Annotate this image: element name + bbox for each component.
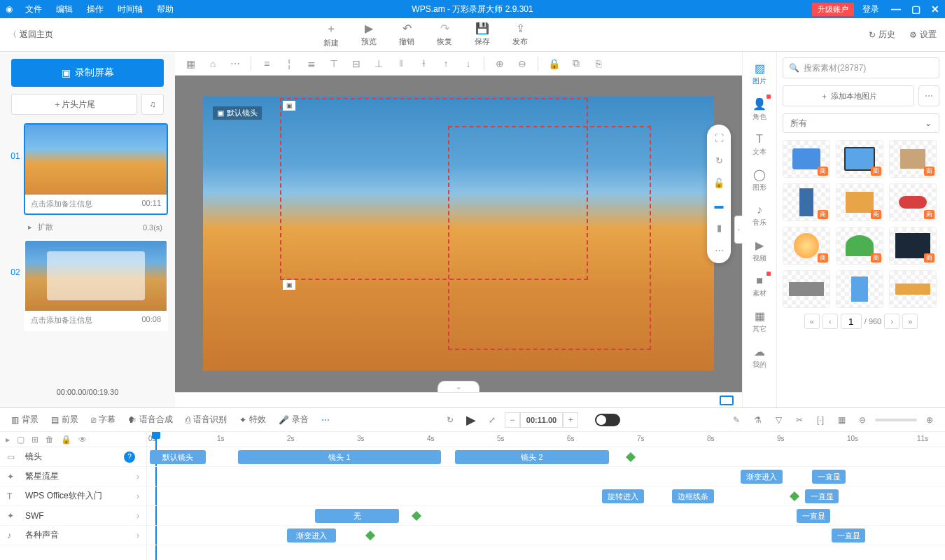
tl-zoom-slider[interactable] <box>875 419 917 421</box>
asset-thumb[interactable]: 商 <box>783 140 830 178</box>
add-more-button[interactable]: ⋯ <box>918 85 939 106</box>
tl-effect-button[interactable]: ✦特效 <box>235 414 270 426</box>
clip-rotate-in[interactable]: 旋转进入 <box>602 489 644 503</box>
head-tail-button[interactable]: ＋片头片尾 <box>11 94 137 115</box>
record-screen-button[interactable]: ▣ 录制屏幕 <box>11 59 164 87</box>
filter-select[interactable]: 所有 ⌄ <box>783 113 939 133</box>
pager-first[interactable]: « <box>804 314 820 329</box>
tab-mine[interactable]: ☁我的 <box>743 341 776 374</box>
timeline-row[interactable]: 无 一直显 <box>147 506 945 526</box>
transition-row[interactable]: ▸ 扩散 0.3(s) <box>7 218 168 239</box>
track-swf[interactable]: ✦SWF› <box>0 506 146 526</box>
keyframe[interactable] <box>790 491 799 501</box>
track-camera[interactable]: ▭镜头? <box>0 447 146 467</box>
tl-bracket-icon[interactable]: [·] <box>812 412 829 428</box>
lock-icon[interactable]: 🔒 <box>544 54 564 74</box>
tab-material[interactable]: ■素材 <box>743 270 776 302</box>
align-top-icon[interactable]: ⊤ <box>324 54 344 74</box>
track-sound[interactable]: ♪各种声音› <box>0 526 146 545</box>
keyframe[interactable] <box>365 531 375 540</box>
camera-region-2[interactable] <box>448 126 651 350</box>
tl-more-button[interactable]: ⋯ <box>317 412 334 428</box>
asset-thumb[interactable]: 商 <box>836 140 883 178</box>
tab-text[interactable]: T文本 <box>743 129 776 161</box>
asset-thumb[interactable]: 商 <box>783 227 830 265</box>
paste-icon[interactable]: ⎘ <box>589 54 608 74</box>
new-button[interactable]: ＋新建 <box>312 22 350 48</box>
distribute-h-icon[interactable]: ⫴ <box>391 54 411 74</box>
tl-tune-icon[interactable]: ⚗ <box>749 412 766 428</box>
asset-thumb[interactable]: 商 <box>783 183 830 221</box>
tab-character[interactable]: 👤角色 <box>743 93 776 126</box>
collapse-handle[interactable]: ⌄ <box>438 381 479 392</box>
track-text[interactable]: TWPS Office软件入门› <box>0 486 146 506</box>
pager-input[interactable] <box>841 314 862 329</box>
upgrade-button[interactable]: 升级账户 <box>812 3 854 16</box>
settings-button[interactable]: ⚙设置 <box>909 29 937 41</box>
clip-border-line[interactable]: 边框线条 <box>672 489 714 503</box>
timeline-ruler[interactable]: 0s 1s 2s 3s 4s 5s 6s 7s 8s 9s 10s 11s <box>147 432 945 447</box>
pager-last[interactable]: » <box>902 314 918 329</box>
more-icon[interactable]: ⋯ <box>225 54 245 74</box>
dock-repeat-icon[interactable]: ↻ <box>713 154 725 167</box>
grid-icon[interactable]: ▦ <box>181 54 200 74</box>
clip-default-camera[interactable]: 默认镜头 <box>150 450 206 464</box>
maximize-button[interactable]: ▢ <box>906 0 925 18</box>
zoom-out-icon[interactable]: ⊖ <box>512 54 532 74</box>
music-button[interactable]: ♫ <box>141 94 164 115</box>
tl-zoomin-icon[interactable]: ⊕ <box>921 412 938 428</box>
publish-button[interactable]: ⇪发布 <box>501 22 539 48</box>
tl-add-icon[interactable]: ⊞ <box>31 435 38 444</box>
close-button[interactable]: ✕ <box>925 0 945 18</box>
preview-button[interactable]: ▶预览 <box>350 22 388 48</box>
pager-next[interactable]: › <box>884 314 899 329</box>
clip-fade-in[interactable]: 渐变进入 <box>741 470 783 484</box>
tl-tts-button[interactable]: 🗣语音合成 <box>124 414 177 426</box>
clip-always-show[interactable]: 一直显 <box>805 489 839 503</box>
arrange-front-icon[interactable]: ↑ <box>436 54 456 74</box>
aspect-ratio-button[interactable] <box>720 396 734 405</box>
history-button[interactable]: ↻历史 <box>869 29 895 41</box>
asset-thumb[interactable]: 商 <box>836 227 883 265</box>
menu-help[interactable]: 帮助 <box>150 4 181 15</box>
timeline-lanes[interactable]: 0s 1s 2s 3s 4s 5s 6s 7s 8s 9s 10s 11s 默认… <box>147 432 945 560</box>
timeline-row[interactable]: 默认镜头 镜头 1 镜头 2 <box>147 447 945 467</box>
tl-toggle[interactable] <box>595 414 620 426</box>
back-home-button[interactable]: 〈 返回主页 <box>8 29 53 41</box>
timeline-row[interactable]: 渐变进入 一直显 <box>147 526 945 545</box>
tl-grid-icon[interactable]: ▦ <box>833 412 850 428</box>
tl-filter-icon[interactable]: ▽ <box>770 412 787 428</box>
tab-music[interactable]: ♪音乐 <box>743 200 776 232</box>
tl-rewind-button[interactable]: ↻ <box>442 412 458 428</box>
save-button[interactable]: 💾保存 <box>463 22 501 48</box>
keyframe[interactable] <box>412 511 421 521</box>
tl-background-button[interactable]: ▥背景 <box>7 414 43 426</box>
align-bottom-icon[interactable]: ⊥ <box>369 54 388 74</box>
asset-thumb[interactable] <box>783 270 830 308</box>
dock-more-icon[interactable]: ⋯ <box>713 244 725 256</box>
menu-timeline[interactable]: 时间轴 <box>111 4 150 15</box>
clip-always-show[interactable]: 一直显 <box>797 509 830 523</box>
slide-thumbnail-2[interactable]: 点击添加备注信息00:08 <box>24 239 168 331</box>
tl-foreground-button[interactable]: ▤前景 <box>47 414 83 426</box>
tab-other[interactable]: ▦其它 <box>743 305 776 338</box>
align-center-icon[interactable]: ¦ <box>279 54 299 74</box>
copy-icon[interactable]: ⧉ <box>566 54 586 74</box>
clip-always-show[interactable]: 一直显 <box>812 470 846 484</box>
asset-expand-handle[interactable]: › <box>734 216 743 244</box>
dock-display-icon[interactable]: ▬ <box>713 199 725 211</box>
login-button[interactable]: 登录 <box>855 4 886 15</box>
tl-asr-button[interactable]: ⎙语音识别 <box>181 414 231 426</box>
add-local-image-button[interactable]: ＋添加本地图片 <box>783 85 914 106</box>
slide-caption[interactable]: 点击添加备注信息 <box>31 315 92 326</box>
minimize-button[interactable]: — <box>886 0 906 18</box>
canvas-body[interactable]: ▣默认镜头 ▣ ▣ ⛶ ↻ 🔓 ▬ ▮ ⋯ <box>175 76 742 392</box>
tl-time-plus[interactable]: + <box>563 412 578 428</box>
asset-thumb[interactable]: 商 <box>889 183 937 221</box>
asset-thumb[interactable] <box>836 270 883 308</box>
track-stars[interactable]: ✦繁星流星› <box>0 467 146 486</box>
tl-fullscreen-button[interactable]: ⤢ <box>484 412 500 428</box>
tl-zoomout-icon[interactable]: ⊖ <box>854 412 871 428</box>
dock-fit-icon[interactable]: ⛶ <box>713 132 725 144</box>
arrange-back-icon[interactable]: ↓ <box>458 54 478 74</box>
